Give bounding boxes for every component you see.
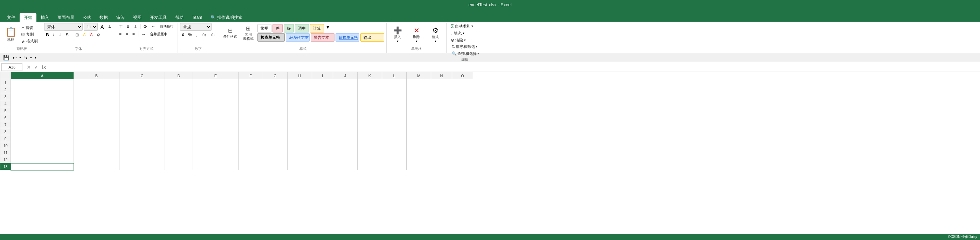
cell-N8[interactable] [431,128,452,135]
cell-A3[interactable] [11,93,74,100]
cell-I8[interactable] [312,128,333,135]
cell-O11[interactable] [452,149,473,156]
cell-N1[interactable] [431,79,452,86]
cell-N10[interactable] [431,142,452,149]
col-header-C[interactable]: C [119,72,165,79]
fx-icon[interactable]: fx [41,64,47,70]
cell-D7[interactable] [165,121,193,128]
tab-layout[interactable]: 页面布局 [53,13,78,22]
style-good[interactable]: 好 [284,24,294,33]
grid-container[interactable]: A B C D E F G H I J K L M N O 1 [0,72,980,240]
col-header-A[interactable]: A [11,72,74,79]
cell-N12[interactable] [431,156,452,163]
cell-K1[interactable] [358,79,382,86]
align-middle-button[interactable]: ≡ [125,23,131,30]
conditional-format-button[interactable]: ⊟ 条件格式 [221,23,239,43]
formula-input[interactable] [48,65,978,69]
cell-F3[interactable] [239,93,263,100]
cell-O13[interactable] [452,163,473,170]
cell-I4[interactable] [312,100,333,107]
style-normal[interactable]: 常规 [258,24,272,33]
cell-O9[interactable] [452,135,473,142]
cell-D4[interactable] [165,100,193,107]
col-header-J[interactable]: J [333,72,358,79]
cell-E4[interactable] [193,100,239,107]
cell-N4[interactable] [431,100,452,107]
cell-C3[interactable] [119,93,165,100]
cell-I13[interactable] [312,163,333,170]
cell-J2[interactable] [333,86,358,93]
align-top-button[interactable]: ⊤ [117,23,124,30]
cell-H2[interactable] [288,86,312,93]
cell-B5[interactable] [74,107,119,114]
cell-E8[interactable] [193,128,239,135]
cell-D8[interactable] [165,128,193,135]
cell-A6[interactable] [11,114,74,121]
cell-F9[interactable] [239,135,263,142]
cell-G10[interactable] [263,142,288,149]
tab-help[interactable]: 帮助 [171,13,188,22]
cell-D5[interactable] [165,107,193,114]
cell-C9[interactable] [119,135,165,142]
tab-view[interactable]: 视图 [129,13,146,22]
tab-formula[interactable]: 公式 [78,13,95,22]
cell-J11[interactable] [333,149,358,156]
cell-N13[interactable] [431,163,452,170]
cell-A5[interactable] [11,107,74,114]
italic-button[interactable]: I [51,32,56,38]
row-header-10[interactable]: 10 [0,142,11,149]
cell-I2[interactable] [312,86,333,93]
cell-E13[interactable] [193,163,239,170]
cell-O12[interactable] [452,156,473,163]
cell-B8[interactable] [74,128,119,135]
cell-N3[interactable] [431,93,452,100]
cell-O4[interactable] [452,100,473,107]
tab-data[interactable]: 数据 [95,13,112,22]
col-header-D[interactable]: D [165,72,193,79]
col-header-M[interactable]: M [407,72,431,79]
cell-G1[interactable] [263,79,288,86]
cell-H4[interactable] [288,100,312,107]
align-left-button[interactable]: ≡ [117,31,123,38]
cell-M6[interactable] [407,114,431,121]
cell-F1[interactable] [239,79,263,86]
cell-C6[interactable] [119,114,165,121]
cell-M3[interactable] [407,93,431,100]
cell-E6[interactable] [193,114,239,121]
tab-team[interactable]: Team [188,13,206,22]
cell-C5[interactable] [119,107,165,114]
insert-button[interactable]: ➕ 插入 ▾ [389,25,406,44]
cell-I10[interactable] [312,142,333,149]
cell-G7[interactable] [263,121,288,128]
percent-button[interactable]: % [186,32,194,38]
underline-button[interactable]: U [57,32,64,38]
paste-button[interactable]: 📋 粘贴 [3,25,18,44]
cell-F7[interactable] [239,121,263,128]
cell-E11[interactable] [193,149,239,156]
row-header-9[interactable]: 9 [0,135,11,142]
tab-home[interactable]: 开始 [20,13,37,22]
style-warning[interactable]: 警告文本 [311,33,334,41]
cell-B11[interactable] [74,149,119,156]
cell-K9[interactable] [358,135,382,142]
autosum-button[interactable]: Σ 自动求和 ▾ [449,23,475,29]
cell-G12[interactable] [263,156,288,163]
currency-button[interactable]: ¥ [180,32,186,38]
cell-A7[interactable] [11,121,74,128]
cell-H8[interactable] [288,128,312,135]
cell-D13[interactable] [165,163,193,170]
cell-L3[interactable] [382,93,407,100]
cell-G2[interactable] [263,86,288,93]
cell-G11[interactable] [263,149,288,156]
cell-E7[interactable] [193,121,239,128]
cell-C2[interactable] [119,86,165,93]
cell-J8[interactable] [333,128,358,135]
cell-G4[interactable] [263,100,288,107]
cell-J5[interactable] [333,107,358,114]
cell-B1[interactable] [74,79,119,86]
cell-B2[interactable] [74,86,119,93]
cell-F10[interactable] [239,142,263,149]
cell-L6[interactable] [382,114,407,121]
cell-I3[interactable] [312,93,333,100]
undo-dropdown[interactable]: ▾ [19,55,21,59]
